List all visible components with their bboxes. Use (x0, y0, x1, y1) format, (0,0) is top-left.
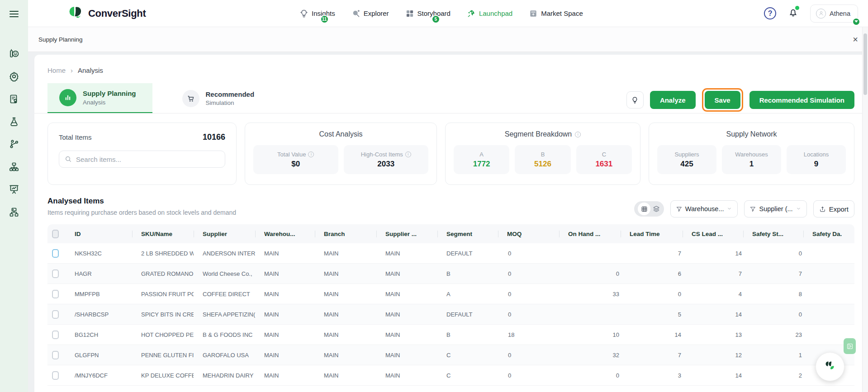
row-checkbox[interactable] (52, 290, 59, 298)
nav-market-space[interactable]: Market Space (529, 0, 583, 27)
export-button[interactable]: Export (813, 200, 854, 217)
store-icon (529, 9, 538, 18)
table-cell: /MNJY6DCF (66, 372, 132, 379)
suggestions-bulb-button[interactable] (626, 91, 644, 109)
table-row[interactable]: GLGFPNPENNE GLUTEN FIGAROFALO USAMAINMAI… (47, 345, 854, 365)
chevron-down-icon (727, 206, 732, 211)
table-row[interactable]: MMPFPBPASSION FRUIT PCCOFFEE DIRECTMAINM… (47, 284, 854, 304)
row-checkbox[interactable] (52, 371, 59, 380)
recommended-simulation-button[interactable]: Recommended Simulation (749, 91, 854, 109)
info-icon[interactable]: i (575, 132, 581, 137)
table-cell: 32 (559, 352, 621, 359)
table-row[interactable]: BG12CHHOT CHOPPED PEB & G FOODS INCMAINM… (47, 325, 854, 345)
nav-market-space-label: Market Space (541, 9, 583, 17)
table-cell: 2 LB SHREDDED W (132, 250, 194, 257)
table-cell: 7 (683, 270, 743, 277)
lab-flask-icon[interactable] (8, 116, 20, 128)
table-cell: MAIN (255, 372, 315, 379)
table-row[interactable]: HAGRGRATED ROMANOWorld Cheese Co.,MAINMA… (47, 264, 854, 284)
insights-badge: 11 (320, 15, 329, 24)
funnel-icon (750, 206, 756, 212)
athena-chat-button[interactable] (816, 352, 844, 381)
warehouse-filter-dropdown[interactable]: Warehouse... (670, 200, 738, 217)
search-icon (65, 156, 72, 163)
table-cell: MMPFPB (66, 291, 132, 298)
supply-network-card: Supply Network Suppliers 425 Warehouses … (649, 123, 854, 185)
hierarchy-icon[interactable] (8, 161, 20, 173)
tab-supply-planning-analysis[interactable]: Supply Planning Analysis (47, 83, 152, 113)
presentation-chart-icon[interactable] (8, 184, 20, 195)
table-cell: MAIN (255, 291, 315, 298)
table-cell: 33 (559, 291, 621, 298)
nav-insights[interactable]: Insights 11 (299, 0, 335, 27)
table-cell: 18 (498, 331, 559, 338)
table-row[interactable]: /SHARBCSPSPICY BITS IN CRE.SHEFA APPETIZ… (47, 304, 854, 325)
nav-explorer[interactable]: Explorer (351, 0, 389, 27)
row-checkbox[interactable] (52, 249, 59, 258)
analysed-items-subtitle: Items requiring purchase orders based on… (47, 209, 236, 216)
layers-view-icon[interactable] (653, 205, 660, 213)
segment-breakdown-title: Segment Breakdowni (454, 130, 632, 138)
breadcrumb-home[interactable]: Home (47, 66, 66, 74)
document-search-icon[interactable] (8, 93, 20, 105)
search-items-input[interactable] (76, 156, 219, 163)
row-checkbox[interactable] (52, 269, 59, 278)
table-cell: 3 (621, 372, 683, 379)
info-icon[interactable]: i (405, 151, 411, 157)
select-all-checkbox[interactable] (52, 230, 59, 238)
nav-launchpad[interactable]: Launchpad (467, 0, 512, 27)
row-checkbox[interactable] (52, 310, 59, 319)
help-icon[interactable]: ? (764, 7, 776, 19)
table-cell: COFFEE DIRECT (194, 291, 255, 298)
table-cell: 0 (743, 311, 803, 318)
supplier-filter-dropdown[interactable]: Supplier (... (744, 200, 806, 217)
segment-breakdown-card: Segment Breakdowni A 1772 B 5126 C 1631 (445, 123, 640, 185)
table-cell: MAIN (376, 331, 437, 338)
column-header: Supplier (194, 231, 255, 237)
table-cell: MAIN (315, 372, 376, 379)
row-checkbox[interactable] (52, 351, 59, 359)
logo-text: ConverSight (88, 8, 146, 19)
table-cell: 1 (743, 352, 803, 359)
close-icon[interactable]: × (853, 35, 858, 44)
export-label: Export (829, 205, 849, 213)
table-cell: 0 (743, 250, 803, 257)
side-panel-toggle-button[interactable] (844, 338, 856, 354)
user-menu[interactable]: Athena (810, 5, 858, 23)
nav-storyboard[interactable]: Storyboard 5 (405, 0, 451, 27)
conversight-logo[interactable]: ConverSight (68, 5, 146, 22)
funnel-icon (676, 206, 682, 212)
total-items-value: 10166 (203, 132, 225, 142)
info-icon[interactable]: i (308, 151, 314, 157)
table-cell: MAIN (315, 311, 376, 318)
table-row[interactable]: /MNJY6DCFKP DELUXE COFFEMEHADRIN DAIRYMA… (47, 365, 854, 386)
scrollbar-thumb[interactable] (863, 33, 867, 95)
action-buttons: Analyze Save Recommended Simulation (626, 88, 854, 112)
settings-gear-icon[interactable] (8, 71, 20, 82)
table-cell: 7 (621, 352, 683, 359)
table-cell: PENNE GLUTEN FI (132, 352, 194, 359)
org-structure-icon[interactable] (8, 206, 20, 218)
inventory-insights-icon[interactable] (8, 48, 20, 60)
table-cell: MAIN (376, 291, 437, 298)
table-row[interactable]: NKSH32C2 LB SHREDDED WANDERSON INTERMAIN… (47, 243, 854, 264)
conversight-mark-icon (822, 359, 838, 374)
table-cell: SHEFA APPETIZIN( (194, 311, 255, 318)
warehouses-metric: Warehouses 1 (722, 145, 781, 174)
table-cell: MAIN (376, 352, 437, 359)
hamburger-menu-icon[interactable] (9, 11, 19, 17)
row-checkbox[interactable] (52, 331, 59, 339)
table-cell: KP DELUXE COFFE (132, 372, 194, 379)
user-name: Athena (830, 10, 850, 17)
table-view-icon[interactable] (638, 203, 650, 215)
tab-recommended-simulation[interactable]: Recommended Simulation (171, 83, 271, 113)
git-branch-icon[interactable] (8, 138, 20, 150)
analyze-button[interactable]: Analyze (650, 91, 696, 109)
save-button[interactable]: Save (705, 91, 740, 109)
notifications-bell-icon[interactable] (788, 7, 798, 19)
total-items-label: Total Items (59, 133, 92, 141)
export-icon (819, 206, 826, 213)
grid-icon (405, 9, 414, 18)
table-cell: DEFAULT (437, 250, 498, 257)
column-header: Branch (315, 231, 376, 237)
